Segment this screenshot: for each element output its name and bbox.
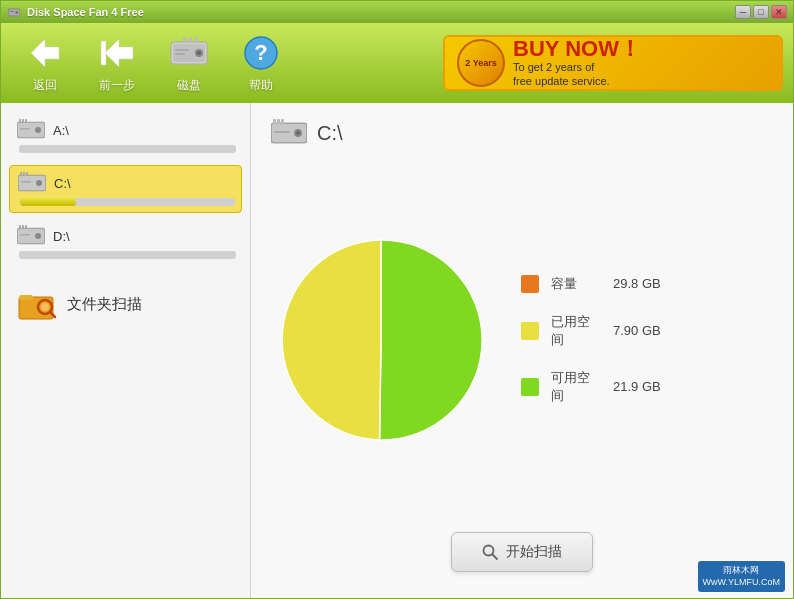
- svg-marker-5: [105, 39, 133, 67]
- pie-svg: [271, 230, 491, 450]
- drive-c-header: C:\: [18, 172, 233, 194]
- ad-years-badge: 2 Years: [457, 39, 505, 87]
- back-button[interactable]: 返回: [11, 28, 79, 98]
- svg-rect-50: [277, 119, 280, 124]
- svg-rect-36: [19, 225, 21, 229]
- legend: 容量 29.8 GB 已用空间 7.90 GB 可用空间 21.9 GB: [521, 275, 661, 405]
- prev-label: 前一步: [99, 77, 135, 94]
- detail-drive-icon: [271, 119, 307, 147]
- legend-item-used: 已用空间 7.90 GB: [521, 313, 661, 349]
- svg-point-47: [296, 131, 300, 135]
- svg-rect-40: [19, 295, 33, 300]
- detail-header: C:\: [271, 119, 773, 147]
- watermark-line2: WwW.YLMFU.CoM: [703, 576, 781, 589]
- legend-label-used: 已用空间: [551, 313, 601, 349]
- watermark-line1: 雨林木网: [703, 564, 781, 577]
- svg-point-27: [36, 180, 42, 186]
- svg-rect-22: [19, 119, 21, 123]
- prev-button[interactable]: 前一步: [83, 28, 151, 98]
- svg-rect-35: [20, 234, 30, 236]
- pie-chart: [271, 230, 491, 450]
- svg-rect-37: [22, 225, 24, 229]
- svg-rect-23: [22, 119, 24, 123]
- disk-icon: [169, 33, 209, 73]
- legend-value-free: 21.9 GB: [613, 379, 661, 394]
- svg-rect-15: [195, 37, 198, 43]
- svg-marker-4: [31, 39, 59, 67]
- help-icon: ?: [241, 33, 281, 73]
- folder-scan-item[interactable]: 文件夹扫描: [9, 277, 242, 331]
- svg-rect-21: [20, 128, 30, 130]
- svg-rect-30: [23, 172, 25, 176]
- window-title: Disk Space Fan 4 Free: [27, 6, 144, 18]
- svg-rect-49: [273, 119, 276, 124]
- drive-d-header: D:\: [17, 225, 234, 247]
- title-buttons: ─ □ ✕: [735, 5, 787, 19]
- pie-free-slice: [380, 239, 483, 439]
- back-icon: [25, 33, 65, 73]
- svg-line-54: [493, 555, 498, 560]
- svg-rect-13: [183, 37, 186, 43]
- svg-rect-38: [25, 225, 27, 229]
- svg-point-42: [41, 303, 49, 311]
- drive-item-d[interactable]: D:\: [9, 219, 242, 265]
- legend-color-used: [521, 322, 539, 340]
- drive-a-header: A:\: [17, 119, 234, 141]
- close-button[interactable]: ✕: [771, 5, 787, 19]
- ad-sub-text: To get 2 years offree update service.: [513, 60, 641, 89]
- detail-drive-label: C:\: [317, 122, 343, 145]
- svg-rect-14: [189, 37, 192, 43]
- pie-used-slice: [282, 240, 381, 440]
- svg-rect-51: [281, 119, 284, 124]
- help-button[interactable]: ? 帮助: [227, 28, 295, 98]
- svg-rect-31: [26, 172, 28, 176]
- back-label: 返回: [33, 77, 57, 94]
- svg-rect-6: [101, 41, 106, 65]
- drive-c-icon: [18, 172, 46, 194]
- ad-banner[interactable]: 2 Years BUY NOW！ To get 2 years offree u…: [443, 35, 783, 91]
- svg-rect-11: [175, 49, 189, 51]
- ad-text: BUY NOW！ To get 2 years offree update se…: [513, 38, 641, 89]
- maximize-button[interactable]: □: [753, 5, 769, 19]
- svg-text:?: ?: [254, 40, 267, 65]
- drive-a-icon: [17, 119, 45, 141]
- help-label: 帮助: [249, 77, 273, 94]
- scan-button-label: 开始扫描: [506, 543, 562, 561]
- svg-point-2: [15, 11, 18, 14]
- main-content: A:\ C:\: [1, 103, 793, 598]
- svg-rect-24: [25, 119, 27, 123]
- folder-scan-icon: [17, 287, 57, 321]
- disk-button[interactable]: 磁盘: [155, 28, 223, 98]
- title-bar: Disk Space Fan 4 Free ─ □ ✕: [1, 1, 793, 23]
- drive-item-c[interactable]: C:\: [9, 165, 242, 213]
- scan-search-icon: [482, 544, 498, 560]
- toolbar-buttons: 返回 前一步: [11, 28, 295, 98]
- title-bar-left: Disk Space Fan 4 Free: [7, 5, 144, 19]
- svg-rect-48: [274, 131, 290, 133]
- svg-point-20: [35, 127, 41, 133]
- folder-scan-label: 文件夹扫描: [67, 295, 142, 314]
- watermark: 雨林木网 WwW.YLMFU.CoM: [698, 561, 786, 592]
- svg-rect-12: [175, 53, 185, 55]
- app-window: Disk Space Fan 4 Free ─ □ ✕ 返回: [0, 0, 794, 599]
- detail-panel: C:\: [251, 103, 793, 598]
- drive-c-fill: [20, 198, 76, 206]
- drive-d-label: D:\: [53, 229, 70, 244]
- prev-icon: [97, 33, 137, 73]
- toolbar: 返回 前一步: [1, 23, 793, 103]
- minimize-button[interactable]: ─: [735, 5, 751, 19]
- svg-rect-3: [10, 11, 14, 12]
- legend-item-capacity: 容量 29.8 GB: [521, 275, 661, 293]
- legend-value-capacity: 29.8 GB: [613, 276, 661, 291]
- svg-rect-29: [20, 172, 22, 176]
- scan-button[interactable]: 开始扫描: [451, 532, 593, 572]
- legend-color-free: [521, 378, 539, 396]
- drive-a-bar: [19, 145, 236, 153]
- drive-item-a[interactable]: A:\: [9, 113, 242, 159]
- svg-point-10: [197, 51, 201, 55]
- drive-d-bar: [19, 251, 236, 259]
- drive-c-label: C:\: [54, 176, 71, 191]
- svg-point-34: [35, 233, 41, 239]
- ad-buy-now: BUY NOW！: [513, 38, 641, 60]
- legend-label-capacity: 容量: [551, 275, 601, 293]
